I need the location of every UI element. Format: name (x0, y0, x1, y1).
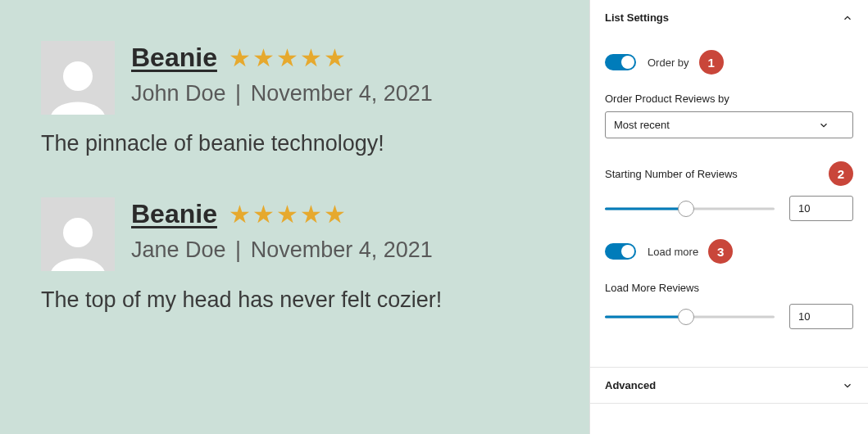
load-more-toggle-label: Load more (648, 246, 698, 258)
advanced-panel: Advanced (590, 368, 868, 404)
byline: Jane Doe | November 4, 2021 (131, 237, 433, 263)
list-settings-header[interactable]: List Settings (590, 0, 868, 35)
review-body: The pinnacle of beanie technology! (41, 131, 548, 156)
review-date: November 4, 2021 (251, 81, 433, 106)
slider-thumb[interactable] (678, 201, 694, 217)
product-line: Beanie ★ ★ ★ ★ ★ (131, 199, 433, 229)
order-by-label: Order by (648, 57, 689, 69)
avatar-person-icon (45, 53, 111, 115)
load-more-label: Load More Reviews (605, 282, 699, 294)
review-date: November 4, 2021 (251, 237, 433, 262)
author: John Doe (131, 81, 226, 106)
avatar (41, 41, 115, 115)
load-more-slider-row (605, 304, 853, 329)
load-more-toggle[interactable] (605, 243, 636, 260)
order-label-text: Order Product Reviews by (605, 93, 729, 105)
product-line: Beanie ★ ★ ★ ★ ★ (131, 43, 433, 73)
svg-point-1 (63, 218, 93, 247)
advanced-header[interactable]: Advanced (590, 368, 868, 403)
star-icon: ★ (324, 43, 346, 72)
star-icon: ★ (252, 43, 275, 72)
review-item: Beanie ★ ★ ★ ★ ★ John Doe | November 4, … (41, 41, 548, 156)
slider-fill (605, 207, 686, 210)
starting-input[interactable] (789, 196, 853, 221)
separator: | (235, 81, 241, 106)
select-value: Most recent (614, 119, 670, 131)
sidebar: List Settings Order by 1 Order Product R… (589, 0, 868, 434)
load-more-label-row: Load More Reviews (605, 282, 853, 294)
product-link[interactable]: Beanie (131, 43, 217, 73)
preview-pane: Beanie ★ ★ ★ ★ ★ John Doe | November 4, … (0, 0, 589, 434)
star-icon: ★ (300, 200, 322, 228)
separator: | (235, 237, 241, 262)
annotation-badge-2: 2 (829, 161, 853, 186)
load-more-input[interactable] (789, 304, 853, 329)
star-icon: ★ (229, 200, 251, 228)
review-item: Beanie ★ ★ ★ ★ ★ Jane Doe | November 4, … (41, 197, 548, 313)
review-header: Beanie ★ ★ ★ ★ ★ Jane Doe | November 4, … (41, 197, 548, 271)
starting-label-row: Starting Number of Reviews 2 (605, 161, 853, 186)
review-meta: Beanie ★ ★ ★ ★ ★ John Doe | November 4, … (131, 41, 433, 106)
review-meta: Beanie ★ ★ ★ ★ ★ Jane Doe | November 4, … (131, 197, 433, 263)
star-icon: ★ (229, 43, 251, 72)
panel-body: Order by 1 Order Product Reviews by Most… (590, 35, 868, 367)
annotation-badge-1: 1 (699, 50, 724, 75)
star-icon: ★ (276, 43, 298, 72)
chevron-down-icon (818, 120, 829, 131)
author: Jane Doe (131, 237, 226, 262)
panel-title: Advanced (605, 379, 656, 391)
review-body: The top of my head has never felt cozier… (41, 287, 548, 313)
order-field-label: Order Product Reviews by (605, 93, 853, 105)
chevron-down-icon (842, 380, 853, 391)
order-select[interactable]: Most recent (605, 111, 853, 138)
chevron-up-icon (842, 12, 853, 24)
byline: John Doe | November 4, 2021 (131, 81, 433, 106)
star-icon: ★ (300, 43, 322, 72)
slider-fill (605, 315, 686, 318)
starting-label: Starting Number of Reviews (605, 168, 738, 180)
star-icon: ★ (324, 200, 346, 228)
review-header: Beanie ★ ★ ★ ★ ★ John Doe | November 4, … (41, 41, 548, 115)
product-link[interactable]: Beanie (131, 199, 217, 229)
order-by-row: Order by 1 (605, 50, 853, 75)
annotation-badge-3: 3 (708, 239, 733, 264)
starting-slider-row (605, 196, 853, 221)
star-rating: ★ ★ ★ ★ ★ (229, 43, 346, 72)
star-rating: ★ ★ ★ ★ ★ (229, 200, 346, 228)
svg-point-0 (63, 61, 93, 91)
avatar-person-icon (45, 210, 111, 271)
avatar (41, 197, 115, 271)
starting-slider[interactable] (605, 201, 775, 217)
order-by-toggle[interactable] (605, 54, 636, 70)
load-more-row: Load more 3 (605, 239, 853, 264)
star-icon: ★ (252, 200, 275, 228)
star-icon: ★ (276, 200, 298, 228)
load-more-slider[interactable] (605, 309, 775, 325)
panel-title: List Settings (605, 11, 669, 24)
slider-thumb[interactable] (678, 309, 694, 325)
list-settings-panel: List Settings Order by 1 Order Product R… (590, 0, 868, 368)
